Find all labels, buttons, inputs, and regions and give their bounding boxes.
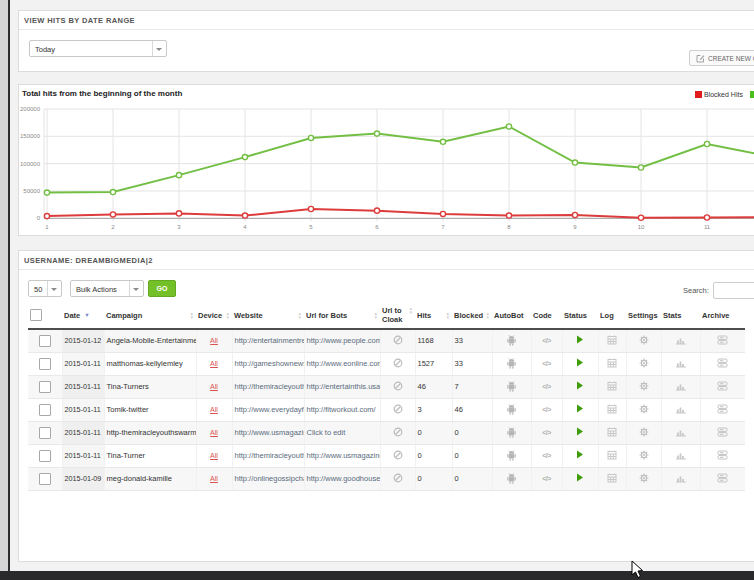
settings-cell[interactable] bbox=[626, 352, 661, 375]
url-to-cloak-cell[interactable] bbox=[380, 444, 415, 467]
col-url-to-cloak[interactable]: ▲▼Url to Cloak bbox=[380, 303, 415, 329]
row-checkbox[interactable] bbox=[39, 381, 51, 393]
row-checkbox[interactable] bbox=[39, 427, 51, 439]
create-new-campaign-button[interactable]: CREATE NEW CAMPAIGN bbox=[689, 50, 754, 66]
settings-cell[interactable] bbox=[626, 444, 661, 467]
status-cell[interactable] bbox=[562, 444, 598, 467]
row-checkbox[interactable] bbox=[39, 358, 51, 370]
device-link[interactable]: All bbox=[210, 452, 218, 459]
status-cell[interactable] bbox=[562, 375, 598, 398]
log-cell[interactable] bbox=[598, 329, 626, 353]
date-range-select[interactable]: Today bbox=[29, 40, 167, 57]
col-campaign[interactable]: ▲▼Campaign bbox=[104, 303, 196, 329]
url-to-cloak-cell[interactable] bbox=[380, 398, 415, 421]
col-hits[interactable]: ▲▼Hits bbox=[415, 303, 452, 329]
settings-cell[interactable] bbox=[626, 467, 661, 490]
device-link[interactable]: All bbox=[210, 360, 218, 367]
status-cell[interactable] bbox=[562, 467, 598, 490]
device-link[interactable]: All bbox=[210, 475, 218, 482]
url-to-cloak-cell[interactable] bbox=[380, 421, 415, 444]
archive-cell[interactable] bbox=[700, 329, 745, 353]
settings-cell[interactable] bbox=[626, 375, 661, 398]
col-device[interactable]: ▲▼Device bbox=[196, 303, 232, 329]
url-for-bots-cell: Click to edit bbox=[304, 421, 380, 444]
archive-cell[interactable] bbox=[700, 421, 745, 444]
go-button[interactable]: GO bbox=[148, 280, 176, 297]
autobot-cell[interactable] bbox=[492, 467, 531, 490]
sort-desc-icon: ▼ bbox=[84, 312, 89, 318]
code-cell[interactable]: </> bbox=[531, 375, 562, 398]
row-checkbox[interactable] bbox=[39, 450, 51, 462]
device-link[interactable]: All bbox=[210, 406, 218, 413]
select-all-checkbox[interactable] bbox=[30, 309, 42, 321]
code-cell[interactable]: </> bbox=[531, 444, 562, 467]
gear-icon bbox=[639, 473, 649, 483]
website-cell: http://www.everydayfitnes... bbox=[232, 398, 304, 421]
archive-cell[interactable] bbox=[700, 398, 745, 421]
device-link[interactable]: All bbox=[210, 429, 218, 436]
col-code: Code bbox=[531, 303, 562, 329]
settings-cell[interactable] bbox=[626, 421, 661, 444]
log-grid-icon bbox=[607, 381, 617, 391]
row-checkbox[interactable] bbox=[39, 473, 51, 485]
col-url-for-bots[interactable]: ▲▼Url for Bots bbox=[304, 303, 380, 329]
code-cell[interactable]: </> bbox=[531, 329, 562, 353]
autobot-cell[interactable] bbox=[492, 352, 531, 375]
log-cell[interactable] bbox=[598, 467, 626, 490]
status-cell[interactable] bbox=[562, 398, 598, 421]
row-checkbox[interactable] bbox=[39, 335, 51, 347]
code-cell[interactable]: </> bbox=[531, 398, 562, 421]
status-cell[interactable] bbox=[562, 421, 598, 444]
hits-cell: 0 bbox=[415, 444, 452, 467]
stats-cell[interactable] bbox=[661, 444, 700, 467]
log-cell[interactable] bbox=[598, 375, 626, 398]
row-checkbox[interactable] bbox=[39, 404, 51, 416]
stats-cell[interactable] bbox=[661, 329, 700, 353]
col-date[interactable]: Date▼ bbox=[62, 303, 104, 329]
stats-cell[interactable] bbox=[661, 421, 700, 444]
device-link[interactable]: All bbox=[210, 383, 218, 390]
col-blocked[interactable]: ▲▼Blocked bbox=[452, 303, 492, 329]
autobot-cell[interactable] bbox=[492, 329, 531, 353]
bar-chart-icon bbox=[675, 404, 687, 414]
svg-text:8: 8 bbox=[507, 224, 511, 230]
status-cell[interactable] bbox=[562, 352, 598, 375]
archive-cell[interactable] bbox=[700, 444, 745, 467]
date-range-panel: VIEW HITS BY DATE RANGE Today CREATE NEW… bbox=[18, 10, 754, 72]
stats-cell[interactable] bbox=[661, 398, 700, 421]
col-website[interactable]: ▲▼Website bbox=[232, 303, 304, 329]
log-cell[interactable] bbox=[598, 398, 626, 421]
stats-cell[interactable] bbox=[661, 352, 700, 375]
search-input[interactable] bbox=[713, 282, 754, 299]
url-to-cloak-cell[interactable] bbox=[380, 352, 415, 375]
device-link[interactable]: All bbox=[210, 337, 218, 344]
autobot-cell[interactable] bbox=[492, 421, 531, 444]
settings-cell[interactable] bbox=[626, 398, 661, 421]
archive-cell[interactable] bbox=[700, 467, 745, 490]
stats-cell[interactable] bbox=[661, 375, 700, 398]
bulk-actions-select[interactable]: Bulk Actions bbox=[70, 280, 144, 297]
settings-cell[interactable] bbox=[626, 329, 661, 353]
website-cell: http://www.usmagazine.c... bbox=[232, 421, 304, 444]
stats-cell[interactable] bbox=[661, 467, 700, 490]
code-cell[interactable]: </> bbox=[531, 467, 562, 490]
no-cloak-icon bbox=[393, 335, 403, 345]
page-size-select[interactable]: 50 bbox=[28, 280, 62, 297]
campaign-cell: Tina-Turners bbox=[104, 375, 196, 398]
create-new-campaign-label: CREATE NEW CAMPAIGN bbox=[708, 55, 754, 62]
code-cell[interactable]: </> bbox=[531, 421, 562, 444]
autobot-cell[interactable] bbox=[492, 375, 531, 398]
archive-cell[interactable] bbox=[700, 375, 745, 398]
url-to-cloak-cell[interactable] bbox=[380, 329, 415, 353]
status-cell[interactable] bbox=[562, 329, 598, 353]
autobot-cell[interactable] bbox=[492, 398, 531, 421]
log-cell[interactable] bbox=[598, 444, 626, 467]
autobot-cell[interactable] bbox=[492, 444, 531, 467]
url-to-cloak-cell[interactable] bbox=[380, 467, 415, 490]
log-cell[interactable] bbox=[598, 352, 626, 375]
log-cell[interactable] bbox=[598, 421, 626, 444]
archive-cell[interactable] bbox=[700, 352, 745, 375]
gear-icon bbox=[639, 450, 649, 460]
url-to-cloak-cell[interactable] bbox=[380, 375, 415, 398]
code-cell[interactable]: </> bbox=[531, 352, 562, 375]
